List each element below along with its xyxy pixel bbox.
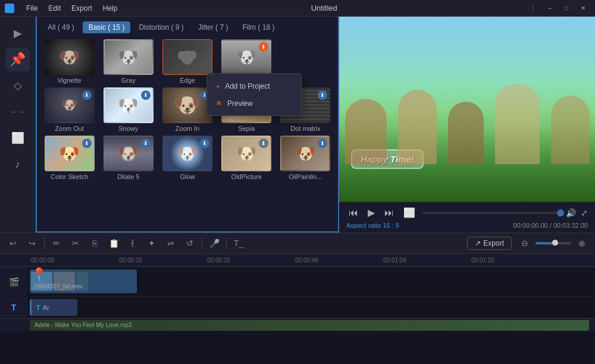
text-track-row: T T Ar bbox=[30, 297, 595, 318]
filter-thumb-dilate5: 🐶 ⬇ bbox=[104, 136, 154, 171]
split-button[interactable]: ⫲ bbox=[124, 235, 141, 252]
current-time: 00:00:00.00 bbox=[513, 222, 548, 229]
filter-item-glow[interactable]: 🐶 ⬇ Glow bbox=[159, 136, 215, 180]
stop-button[interactable]: ⬜ bbox=[401, 206, 418, 219]
filter-name-oldpicture: OldPicture bbox=[231, 173, 262, 180]
menu-file[interactable]: File bbox=[21, 3, 42, 14]
filter-item-oilpainting[interactable]: 🐶 ⬇ OilPaintin... bbox=[278, 136, 333, 180]
timeline: 00:00.00 00:00:16 00:00:32 00:00:48 00:0… bbox=[0, 254, 595, 364]
sidebar-item-filter[interactable]: 📌 bbox=[6, 48, 30, 71]
aspect-ratio-info: Aspect ratio 16 : 9 bbox=[346, 222, 399, 229]
export-icon: ↗ bbox=[475, 239, 481, 247]
time-display: 00:00:00.00 / 00:03:32.00 bbox=[513, 222, 588, 229]
menu-edit[interactable]: Edit bbox=[43, 3, 65, 14]
mic-button[interactable]: 🎤 bbox=[206, 235, 223, 252]
undo-button[interactable]: ↩ bbox=[5, 235, 21, 252]
audio-bar: Adele - Make You Feel My Love.mp3 bbox=[0, 318, 595, 331]
tab-basic[interactable]: Basic ( 15 ) bbox=[83, 21, 131, 33]
filter-item-zoomout[interactable]: 🐶 ⬇ Zoom Out bbox=[42, 87, 97, 132]
reverse-button[interactable]: ↺ bbox=[181, 235, 198, 252]
filter-thumb-greyscale: 🐶 ⬇ bbox=[221, 39, 271, 75]
filter-item-oldpicture[interactable]: 🐶 ⬇ OldPicture bbox=[219, 136, 274, 180]
text-icon: T bbox=[11, 303, 17, 312]
effects-button[interactable]: ✦ bbox=[143, 235, 160, 252]
zoom-slider[interactable] bbox=[536, 242, 571, 244]
sidebar-item-filmstrip[interactable]: ⬜ bbox=[6, 126, 30, 150]
text-clip[interactable]: T Ar bbox=[30, 299, 77, 316]
transition-button[interactable]: ⇌ bbox=[162, 235, 179, 252]
ctx-add-label: Add to Project bbox=[225, 82, 270, 90]
paste-button[interactable]: 📋 bbox=[105, 235, 122, 252]
zoom-dot bbox=[552, 240, 558, 246]
skip-back-button[interactable]: ⏮ bbox=[346, 206, 361, 219]
filter-item-dilate5[interactable]: 🐶 ⬇ Dilate 5 bbox=[101, 136, 156, 180]
tab-jitter[interactable]: Jitter ( 7 ) bbox=[192, 21, 234, 33]
person1 bbox=[345, 99, 387, 164]
volume-button[interactable]: 🔊 bbox=[566, 208, 576, 218]
zoom-in-button[interactable]: ⊕ bbox=[574, 235, 590, 252]
zoom-out-button[interactable]: ⊖ bbox=[516, 235, 533, 252]
audio-clip-filename: Adele - Make You Feel My Love.mp3 bbox=[35, 322, 131, 328]
sidebar-item-effects[interactable]: ◇ bbox=[6, 74, 30, 98]
filter-thumb-gray: 🐶 bbox=[104, 39, 154, 75]
cut-button[interactable]: ✂ bbox=[67, 235, 84, 252]
context-menu: + Add to Project 👁 Preview bbox=[206, 73, 302, 116]
video-track-content[interactable]: 19884307_hd.mov bbox=[30, 267, 595, 296]
tab-distortion[interactable]: Distortion ( 9 ) bbox=[133, 21, 189, 33]
time-marker-1: 00:00:16 bbox=[119, 257, 142, 263]
text-track-content[interactable]: T Ar bbox=[30, 297, 595, 318]
filter-thumb-oldpicture: 🐶 ⬇ bbox=[221, 136, 271, 171]
add-to-project-icon: + bbox=[215, 81, 220, 91]
playhead-pin[interactable]: 📍 bbox=[31, 267, 47, 283]
tab-film[interactable]: Film ( 18 ) bbox=[236, 21, 280, 33]
download-badge-colorsketch: ⬇ bbox=[82, 139, 92, 148]
titlebar: File Edit Export Help Untitled ⋮ – □ ✕ bbox=[0, 0, 595, 17]
audio-clip[interactable]: Adele - Make You Feel My Love.mp3 bbox=[30, 320, 589, 331]
preview-controls: ⏮ ▶ ⏭ ⬜ 🔊 ⤢ Aspect ratio 16 : 9 00:00:00… bbox=[339, 202, 595, 233]
play-icon: ▶ bbox=[14, 27, 22, 40]
sidebar-item-transition[interactable]: ←→ bbox=[6, 100, 30, 124]
win-close-button[interactable]: ✕ bbox=[576, 3, 590, 14]
audio-icon: ♪ bbox=[15, 158, 20, 171]
win-restore-button[interactable]: □ bbox=[559, 3, 574, 14]
menu-help[interactable]: Help bbox=[98, 3, 123, 14]
sidebar-item-play[interactable]: ▶ bbox=[6, 21, 30, 45]
export-button[interactable]: ↗ Export bbox=[467, 237, 512, 250]
ctx-add-to-project[interactable]: + Add to Project bbox=[207, 77, 301, 95]
progress-bar[interactable] bbox=[422, 212, 561, 214]
toolbar-sep1 bbox=[44, 237, 45, 249]
fullscreen-button[interactable]: ⤢ bbox=[581, 208, 588, 218]
toolbar-sep2 bbox=[202, 237, 202, 249]
download-badge-zoomout: ⬇ bbox=[82, 90, 92, 100]
menu-export[interactable]: Export bbox=[67, 3, 97, 14]
aspect-ratio-value: 16 : 9 bbox=[383, 222, 399, 229]
filter-item-colorsketch[interactable]: 🐶 ⬇ Color Sketch bbox=[42, 136, 97, 180]
toolbar: ↩ ↪ ✏ ✂ ⎘ 📋 ⫲ ✦ ⇌ ↺ 🎤 T_ ↗ Export ⊖ ⊕ bbox=[0, 233, 595, 254]
download-badge-snowy: ⬇ bbox=[141, 90, 151, 100]
filter-thumb-vignette: 🐶 bbox=[45, 39, 95, 75]
person5 bbox=[551, 96, 590, 164]
redo-button[interactable]: ↪ bbox=[24, 235, 40, 252]
ctx-preview[interactable]: 👁 Preview bbox=[207, 95, 301, 112]
filter-name-gray: Gray bbox=[121, 77, 136, 84]
filter-item-gray[interactable]: 🐶 Gray bbox=[101, 39, 156, 84]
people-row bbox=[339, 34, 595, 164]
copy-button[interactable]: ⎘ bbox=[86, 235, 103, 252]
pen-button[interactable]: ✏ bbox=[48, 235, 65, 252]
text-clip-content: Ar bbox=[43, 304, 49, 311]
menu-items: File Edit Export Help bbox=[21, 3, 122, 14]
filter-item-snowy[interactable]: 🐶 ⬇ Snowy bbox=[101, 87, 156, 132]
win-more-button[interactable]: ⋮ bbox=[526, 3, 540, 14]
filter-item-vignette[interactable]: 🐶 Vignette bbox=[42, 39, 97, 84]
sidebar-item-audio[interactable]: ♪ bbox=[6, 152, 30, 176]
transition-icon: ←→ bbox=[11, 108, 25, 116]
play-button[interactable]: ▶ bbox=[365, 206, 377, 219]
tab-all[interactable]: All ( 49 ) bbox=[42, 21, 80, 33]
text-tool-button[interactable]: T_ bbox=[230, 235, 247, 252]
text-track-label: T bbox=[0, 297, 27, 318]
time-marker-3: 00:00:48 bbox=[295, 257, 318, 263]
skip-forward-button[interactable]: ⏭ bbox=[382, 206, 396, 219]
video-track-icon: 🎬 bbox=[5, 273, 23, 291]
win-minimize-button[interactable]: – bbox=[543, 3, 557, 14]
main-area: ▶ 📌 ◇ ←→ ⬜ ♪ All ( 49 ) Basic ( 15 ) Dis… bbox=[0, 17, 595, 233]
